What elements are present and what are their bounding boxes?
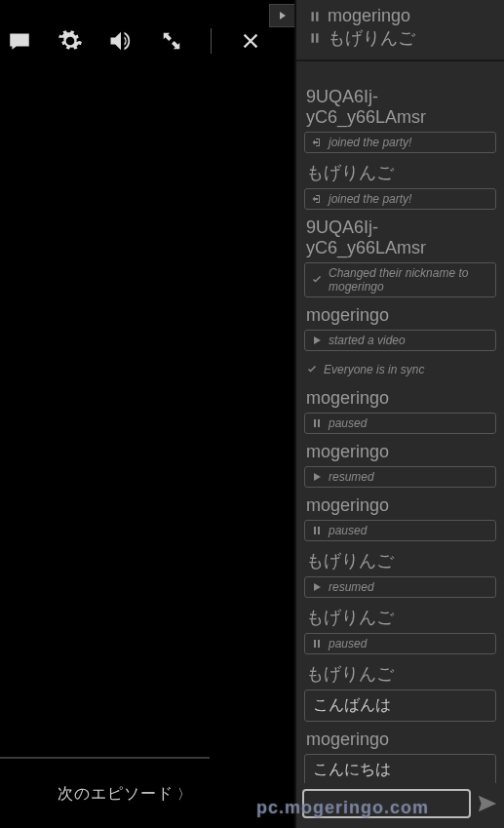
status-event: joined the party! [304, 188, 496, 210]
subtitles-icon[interactable] [6, 27, 33, 55]
member-row: mogeringo [308, 6, 494, 26]
check-icon [306, 364, 318, 375]
progress-bar[interactable] [0, 757, 210, 759]
gear-icon[interactable] [57, 27, 84, 55]
chat-nickname: もげりんご [306, 606, 494, 629]
member-row: もげりんご [308, 26, 494, 50]
pause-icon [308, 31, 322, 45]
chat-nickname: もげりんご [306, 549, 494, 572]
close-icon[interactable] [237, 27, 264, 55]
member-name: mogeringo [328, 6, 410, 26]
chat-message: こんにちは [304, 754, 496, 783]
member-name: もげりんご [328, 26, 415, 50]
chat-nickname: mogeringo [306, 729, 494, 750]
status-event: paused [304, 633, 496, 654]
pause-icon [311, 638, 323, 650]
login-icon [311, 193, 323, 205]
chat-nickname: mogeringo [306, 388, 494, 409]
fullscreen-icon[interactable] [158, 27, 185, 55]
status-event: paused [304, 413, 496, 434]
pause-icon [308, 10, 322, 23]
chat-message: こんばんは [304, 690, 496, 722]
message-input[interactable] [302, 789, 471, 818]
status-event: resumed [304, 576, 496, 598]
play-icon [311, 335, 323, 346]
next-episode-button[interactable]: 次のエピソード〉 [0, 784, 210, 805]
status-event: resumed [304, 466, 496, 488]
login-icon [311, 137, 323, 148]
status-event: paused [304, 520, 496, 541]
chat-nickname: 9UQA6Ij-yC6_y66LAmsr [306, 217, 494, 258]
party-sidebar: mogeringo もげりんご 9UQA6Ij-yC6_y66LAmsrjoin… [294, 0, 504, 828]
play-icon [311, 581, 323, 593]
members-header: mogeringo もげりんご [296, 0, 504, 61]
next-episode-label: 次のエピソード [58, 785, 174, 802]
toolbar-divider [211, 28, 212, 54]
chat-nickname: mogeringo [306, 442, 494, 462]
collapse-tab[interactable] [269, 4, 294, 27]
chat-feed: 9UQA6Ij-yC6_y66LAmsrjoined the party!もげり… [296, 61, 504, 783]
check-icon [311, 274, 323, 286]
chat-nickname: mogeringo [306, 305, 494, 326]
sync-status: Everyone is in sync [306, 363, 494, 376]
chat-nickname: 9UQA6Ij-yC6_y66LAmsr [306, 87, 494, 128]
chat-nickname: もげりんご [306, 161, 494, 184]
status-event: Changed their nickname to mogeringo [304, 262, 496, 297]
status-event: started a video [304, 330, 496, 351]
player-toolbar [6, 27, 264, 55]
chat-nickname: mogeringo [306, 495, 494, 516]
chat-nickname: もげりんご [306, 662, 494, 686]
volume-icon[interactable] [107, 27, 135, 55]
pause-icon [311, 525, 323, 536]
chevron-right-icon: 〉 [177, 786, 192, 802]
status-event: joined the party! [304, 132, 496, 153]
composer [296, 783, 504, 828]
pause-icon [311, 417, 323, 429]
send-icon[interactable] [477, 793, 498, 814]
play-icon [311, 471, 323, 483]
